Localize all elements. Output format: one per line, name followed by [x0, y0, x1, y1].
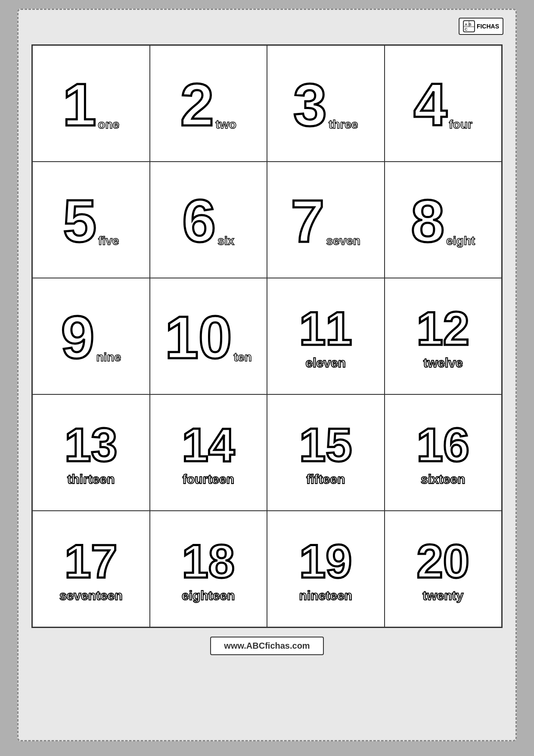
- word-8: eight: [446, 235, 475, 247]
- word-6: six: [217, 235, 234, 247]
- cell-8: 8 eight: [385, 162, 502, 278]
- word-14: fourteen: [183, 472, 234, 487]
- word-16: sixteen: [421, 472, 465, 487]
- cell-11: 11 eleven: [267, 278, 385, 394]
- cell-6: 6 six: [150, 162, 267, 278]
- svg-text:A: A: [465, 22, 468, 27]
- word-20: twenty: [422, 588, 463, 603]
- number-display-1: 1 one: [62, 75, 119, 135]
- number-13: 13: [65, 421, 117, 469]
- number-17: 17: [65, 537, 117, 585]
- word-15: fifteen: [306, 472, 345, 487]
- cell-14: 14 fourteen: [150, 394, 267, 511]
- cell-19: 19 nineteen: [267, 511, 385, 627]
- number-7: 7: [291, 191, 325, 251]
- number-display-9: 9 nine: [61, 307, 121, 368]
- logo: A B C FICHAS: [459, 18, 503, 35]
- number-display-10: 10 ten: [165, 307, 252, 368]
- number-5: 5: [63, 191, 96, 251]
- cell-10: 10 ten: [150, 278, 267, 394]
- cell-1: 1 one: [32, 45, 150, 162]
- number-display-6: 6 six: [182, 191, 234, 251]
- number-20: 20: [417, 537, 469, 585]
- cell-16: 16 sixteen: [385, 394, 502, 511]
- word-7: seven: [326, 235, 360, 247]
- page: A B C FICHAS 1 one 2 two 3 three: [17, 9, 517, 741]
- cell-3: 3 three: [267, 45, 385, 162]
- cell-5: 5 five: [32, 162, 150, 278]
- number-1: 1: [62, 75, 96, 135]
- cell-15: 15 fifteen: [267, 394, 385, 511]
- cell-12: 12 twelve: [385, 278, 502, 394]
- number-19: 19: [299, 537, 352, 585]
- svg-text:C: C: [465, 27, 468, 31]
- number-display-2: 2 two: [180, 75, 236, 135]
- number-16: 16: [417, 421, 469, 469]
- word-17: seventeen: [59, 588, 123, 603]
- numbers-grid: 1 one 2 two 3 three 4 four 5: [31, 44, 503, 628]
- cell-7: 7 seven: [267, 162, 385, 278]
- abc-cube-icon: A B C: [463, 20, 475, 32]
- number-14: 14: [182, 421, 235, 469]
- number-3: 3: [293, 75, 327, 135]
- number-18: 18: [182, 537, 235, 585]
- number-9: 9: [61, 307, 95, 368]
- word-3: three: [329, 119, 358, 131]
- number-display-5: 5 five: [63, 191, 119, 251]
- number-12: 12: [417, 305, 469, 352]
- word-2: two: [216, 119, 236, 131]
- number-15: 15: [299, 421, 352, 469]
- number-6: 6: [182, 191, 216, 251]
- word-4: four: [449, 119, 472, 131]
- cell-20: 20 twenty: [385, 511, 502, 627]
- logo-text: FICHAS: [477, 23, 499, 30]
- cell-2: 2 two: [150, 45, 267, 162]
- word-13: thirteen: [67, 472, 115, 487]
- word-11: eleven: [306, 356, 346, 370]
- number-8: 8: [411, 191, 444, 251]
- cell-13: 13 thirteen: [32, 394, 150, 511]
- word-18: eighteen: [182, 588, 235, 603]
- word-9: nine: [96, 351, 121, 363]
- cell-18: 18 eighteen: [150, 511, 267, 627]
- word-1: one: [98, 119, 119, 131]
- word-19: nineteen: [299, 588, 352, 603]
- footer-url: www.ABCfichas.com: [210, 637, 323, 655]
- cell-4: 4 four: [385, 45, 502, 162]
- cell-17: 17 seventeen: [32, 511, 150, 627]
- word-5: five: [98, 235, 119, 247]
- number-11: 11: [299, 305, 352, 352]
- number-display-7: 7 seven: [291, 191, 360, 251]
- word-10: ten: [234, 351, 252, 363]
- cell-9: 9 nine: [32, 278, 150, 394]
- number-display-4: 4 four: [414, 75, 472, 135]
- number-4: 4: [414, 75, 447, 135]
- number-display-3: 3 three: [293, 75, 358, 135]
- number-2: 2: [180, 75, 214, 135]
- number-10: 10: [165, 307, 232, 368]
- number-display-8: 8 eight: [411, 191, 475, 251]
- word-12: twelve: [423, 356, 463, 370]
